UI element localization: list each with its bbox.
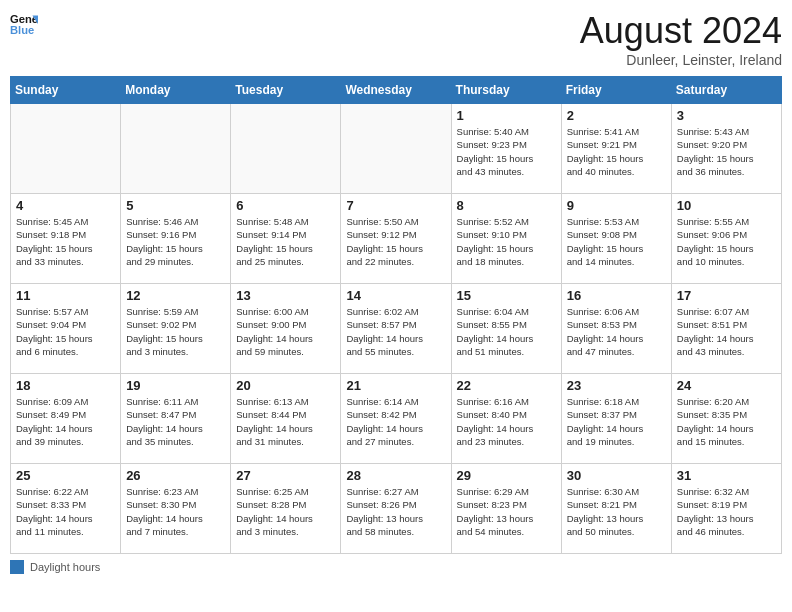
daylight-bar-icon — [10, 560, 24, 574]
day-number: 23 — [567, 378, 666, 393]
table-row: 5Sunrise: 5:46 AMSunset: 9:16 PMDaylight… — [121, 194, 231, 284]
table-row: 22Sunrise: 6:16 AMSunset: 8:40 PMDayligh… — [451, 374, 561, 464]
day-number: 31 — [677, 468, 776, 483]
table-row: 13Sunrise: 6:00 AMSunset: 9:00 PMDayligh… — [231, 284, 341, 374]
table-row: 28Sunrise: 6:27 AMSunset: 8:26 PMDayligh… — [341, 464, 451, 554]
day-number: 24 — [677, 378, 776, 393]
table-row: 3Sunrise: 5:43 AMSunset: 9:20 PMDaylight… — [671, 104, 781, 194]
footer: Daylight hours — [10, 560, 782, 574]
svg-text:General: General — [10, 13, 38, 25]
table-row: 20Sunrise: 6:13 AMSunset: 8:44 PMDayligh… — [231, 374, 341, 464]
day-info: Sunrise: 6:11 AMSunset: 8:47 PMDaylight:… — [126, 395, 225, 448]
day-number: 12 — [126, 288, 225, 303]
day-info: Sunrise: 5:43 AMSunset: 9:20 PMDaylight:… — [677, 125, 776, 178]
day-info: Sunrise: 6:18 AMSunset: 8:37 PMDaylight:… — [567, 395, 666, 448]
day-number: 25 — [16, 468, 115, 483]
day-info: Sunrise: 6:29 AMSunset: 8:23 PMDaylight:… — [457, 485, 556, 538]
day-number: 29 — [457, 468, 556, 483]
calendar-week-row: 4Sunrise: 5:45 AMSunset: 9:18 PMDaylight… — [11, 194, 782, 284]
day-info: Sunrise: 6:22 AMSunset: 8:33 PMDaylight:… — [16, 485, 115, 538]
table-row: 24Sunrise: 6:20 AMSunset: 8:35 PMDayligh… — [671, 374, 781, 464]
table-row: 19Sunrise: 6:11 AMSunset: 8:47 PMDayligh… — [121, 374, 231, 464]
table-row: 30Sunrise: 6:30 AMSunset: 8:21 PMDayligh… — [561, 464, 671, 554]
calendar-table: SundayMondayTuesdayWednesdayThursdayFrid… — [10, 76, 782, 554]
calendar-weekday-header: Tuesday — [231, 77, 341, 104]
calendar-week-row: 18Sunrise: 6:09 AMSunset: 8:49 PMDayligh… — [11, 374, 782, 464]
day-info: Sunrise: 5:48 AMSunset: 9:14 PMDaylight:… — [236, 215, 335, 268]
day-info: Sunrise: 6:04 AMSunset: 8:55 PMDaylight:… — [457, 305, 556, 358]
day-number: 26 — [126, 468, 225, 483]
day-number: 3 — [677, 108, 776, 123]
calendar-week-row: 25Sunrise: 6:22 AMSunset: 8:33 PMDayligh… — [11, 464, 782, 554]
title-area: August 2024 Dunleer, Leinster, Ireland — [580, 10, 782, 68]
day-number: 1 — [457, 108, 556, 123]
day-number: 17 — [677, 288, 776, 303]
day-number: 20 — [236, 378, 335, 393]
day-number: 14 — [346, 288, 445, 303]
table-row — [341, 104, 451, 194]
day-info: Sunrise: 6:02 AMSunset: 8:57 PMDaylight:… — [346, 305, 445, 358]
table-row: 11Sunrise: 5:57 AMSunset: 9:04 PMDayligh… — [11, 284, 121, 374]
calendar-weekday-header: Sunday — [11, 77, 121, 104]
day-info: Sunrise: 6:06 AMSunset: 8:53 PMDaylight:… — [567, 305, 666, 358]
table-row: 1Sunrise: 5:40 AMSunset: 9:23 PMDaylight… — [451, 104, 561, 194]
svg-text:Blue: Blue — [10, 24, 34, 36]
day-info: Sunrise: 6:14 AMSunset: 8:42 PMDaylight:… — [346, 395, 445, 448]
day-info: Sunrise: 6:00 AMSunset: 9:00 PMDaylight:… — [236, 305, 335, 358]
day-info: Sunrise: 6:23 AMSunset: 8:30 PMDaylight:… — [126, 485, 225, 538]
day-info: Sunrise: 6:32 AMSunset: 8:19 PMDaylight:… — [677, 485, 776, 538]
table-row: 14Sunrise: 6:02 AMSunset: 8:57 PMDayligh… — [341, 284, 451, 374]
table-row: 26Sunrise: 6:23 AMSunset: 8:30 PMDayligh… — [121, 464, 231, 554]
table-row — [121, 104, 231, 194]
table-row: 27Sunrise: 6:25 AMSunset: 8:28 PMDayligh… — [231, 464, 341, 554]
day-number: 27 — [236, 468, 335, 483]
day-info: Sunrise: 5:52 AMSunset: 9:10 PMDaylight:… — [457, 215, 556, 268]
day-info: Sunrise: 5:40 AMSunset: 9:23 PMDaylight:… — [457, 125, 556, 178]
day-number: 22 — [457, 378, 556, 393]
day-info: Sunrise: 5:41 AMSunset: 9:21 PMDaylight:… — [567, 125, 666, 178]
day-info: Sunrise: 6:20 AMSunset: 8:35 PMDaylight:… — [677, 395, 776, 448]
day-info: Sunrise: 5:53 AMSunset: 9:08 PMDaylight:… — [567, 215, 666, 268]
day-info: Sunrise: 6:30 AMSunset: 8:21 PMDaylight:… — [567, 485, 666, 538]
day-number: 19 — [126, 378, 225, 393]
day-number: 2 — [567, 108, 666, 123]
table-row: 4Sunrise: 5:45 AMSunset: 9:18 PMDaylight… — [11, 194, 121, 284]
day-number: 15 — [457, 288, 556, 303]
day-number: 11 — [16, 288, 115, 303]
day-number: 6 — [236, 198, 335, 213]
table-row: 18Sunrise: 6:09 AMSunset: 8:49 PMDayligh… — [11, 374, 121, 464]
day-number: 18 — [16, 378, 115, 393]
table-row: 16Sunrise: 6:06 AMSunset: 8:53 PMDayligh… — [561, 284, 671, 374]
calendar-body: 1Sunrise: 5:40 AMSunset: 9:23 PMDaylight… — [11, 104, 782, 554]
day-number: 4 — [16, 198, 115, 213]
table-row: 15Sunrise: 6:04 AMSunset: 8:55 PMDayligh… — [451, 284, 561, 374]
day-number: 13 — [236, 288, 335, 303]
calendar-weekday-header: Wednesday — [341, 77, 451, 104]
day-number: 10 — [677, 198, 776, 213]
calendar-week-row: 1Sunrise: 5:40 AMSunset: 9:23 PMDaylight… — [11, 104, 782, 194]
day-info: Sunrise: 5:55 AMSunset: 9:06 PMDaylight:… — [677, 215, 776, 268]
table-row: 6Sunrise: 5:48 AMSunset: 9:14 PMDaylight… — [231, 194, 341, 284]
table-row — [11, 104, 121, 194]
table-row: 25Sunrise: 6:22 AMSunset: 8:33 PMDayligh… — [11, 464, 121, 554]
table-row: 8Sunrise: 5:52 AMSunset: 9:10 PMDaylight… — [451, 194, 561, 284]
day-number: 30 — [567, 468, 666, 483]
day-info: Sunrise: 6:07 AMSunset: 8:51 PMDaylight:… — [677, 305, 776, 358]
day-number: 21 — [346, 378, 445, 393]
table-row: 9Sunrise: 5:53 AMSunset: 9:08 PMDaylight… — [561, 194, 671, 284]
day-number: 5 — [126, 198, 225, 213]
table-row: 29Sunrise: 6:29 AMSunset: 8:23 PMDayligh… — [451, 464, 561, 554]
day-info: Sunrise: 6:27 AMSunset: 8:26 PMDaylight:… — [346, 485, 445, 538]
day-number: 7 — [346, 198, 445, 213]
table-row: 31Sunrise: 6:32 AMSunset: 8:19 PMDayligh… — [671, 464, 781, 554]
table-row: 12Sunrise: 5:59 AMSunset: 9:02 PMDayligh… — [121, 284, 231, 374]
day-info: Sunrise: 5:50 AMSunset: 9:12 PMDaylight:… — [346, 215, 445, 268]
calendar-week-row: 11Sunrise: 5:57 AMSunset: 9:04 PMDayligh… — [11, 284, 782, 374]
calendar-header-row: SundayMondayTuesdayWednesdayThursdayFrid… — [11, 77, 782, 104]
daylight-label: Daylight hours — [30, 561, 100, 573]
table-row: 17Sunrise: 6:07 AMSunset: 8:51 PMDayligh… — [671, 284, 781, 374]
table-row: 21Sunrise: 6:14 AMSunset: 8:42 PMDayligh… — [341, 374, 451, 464]
table-row — [231, 104, 341, 194]
table-row: 7Sunrise: 5:50 AMSunset: 9:12 PMDaylight… — [341, 194, 451, 284]
day-number: 9 — [567, 198, 666, 213]
